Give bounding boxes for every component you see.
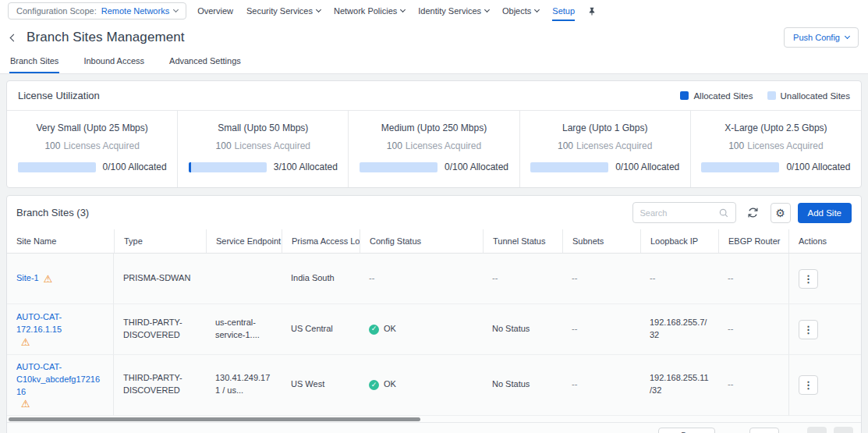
cell-ebgp-router: --	[718, 304, 788, 355]
nav-item-overview[interactable]: Overview	[197, 1, 233, 21]
allocation-label: 3/100 Allocated	[274, 161, 338, 172]
config-status-ok: ✓OK	[369, 378, 396, 391]
cell-loopback-ip: 192.168.255.11/32	[640, 355, 718, 416]
table-body: Site-1⚠PRISMA-SDWANIndia South----------…	[7, 254, 861, 416]
nav-item-setup[interactable]: Setup	[552, 1, 575, 21]
search-icon	[719, 208, 728, 218]
chevron-down-icon	[534, 7, 540, 12]
search-input[interactable]	[640, 208, 714, 218]
horizontal-scrollbar-thumb[interactable]	[9, 417, 420, 421]
subnets-value: --	[572, 378, 577, 391]
chevron-down-icon	[316, 7, 321, 12]
branch-sites-card: Branch Sites (3) ⚙ Add Site Site NameTyp…	[6, 195, 862, 433]
cell-subnets: --	[562, 355, 640, 416]
tier-acquired-suffix: Licenses Acquired	[747, 140, 823, 151]
loopback-ip-value: 192.168.255.7/32	[650, 317, 709, 342]
allocation-bar	[530, 162, 608, 172]
chevron-down-icon	[400, 7, 406, 12]
column-header-prisma-access-loca[interactable]: Prisma Access Loca...	[282, 229, 360, 254]
configuration-scope-selector[interactable]: Configuration Scope: Remote Networks	[8, 2, 186, 20]
tab-inbound-access[interactable]: Inbound Access	[83, 52, 145, 73]
nav-item-network-policies[interactable]: Network Policies	[334, 1, 405, 21]
license-tier-small: Small (Upto 50 Mbps)100Licenses Acquired…	[177, 111, 348, 187]
cell-tunnel-status: No Status	[483, 304, 562, 355]
allocation-bar	[18, 162, 96, 172]
tier-acquired-count: 100	[728, 140, 744, 151]
allocation-bar	[360, 162, 438, 172]
tunnel-status-label: No Status	[492, 323, 530, 335]
add-site-button[interactable]: Add Site	[798, 203, 852, 223]
nav-item-label: Identity Services	[418, 6, 481, 16]
previous-page-button[interactable]	[807, 427, 827, 433]
next-page-button[interactable]	[834, 427, 853, 433]
cell-config-status: ✓OK	[360, 304, 483, 355]
push-config-button[interactable]: Push Config	[784, 27, 859, 48]
nav-item-security-services[interactable]: Security Services	[246, 1, 321, 21]
rows-per-page-select[interactable]: 25 Rows	[658, 428, 715, 433]
site-name-link[interactable]: AUTO-CAT-C10kv_abcdefg1721616	[16, 361, 104, 399]
cell-loopback-ip: --	[640, 254, 718, 304]
cell-prisma-access-location: India South	[282, 254, 360, 304]
legend-swatch	[767, 91, 776, 100]
allocation-label: 0/100 Allocated	[103, 161, 167, 172]
cell-tunnel-status: --	[483, 254, 562, 304]
cell-site-name: AUTO-CAT-172.16.1.15⚠	[7, 304, 114, 355]
cell-prisma-access-location: US Central	[282, 304, 360, 355]
cell-type: PRISMA-SDWAN	[114, 254, 206, 304]
nav-item-label: Overview	[197, 6, 233, 16]
tier-acquired-count: 100	[44, 140, 60, 151]
scope-label: Configuration Scope:	[16, 6, 97, 16]
column-header-config-status[interactable]: Config Status	[360, 229, 483, 254]
nav-item-identity-services[interactable]: Identity Services	[418, 1, 489, 21]
license-tier-medium: Medium (Upto 250 Mbps)100Licenses Acquir…	[348, 111, 519, 187]
main-content: License Utilization Allocated SitesUnall…	[0, 74, 868, 433]
horizontal-scrollbar-track	[7, 416, 861, 423]
row-actions-button[interactable]: ⋮	[799, 269, 818, 289]
tier-allocation-row: 3/100 Allocated	[184, 161, 342, 172]
column-header-ebgp-router[interactable]: EBGP Router	[718, 229, 788, 254]
column-header-actions[interactable]: Actions	[788, 229, 861, 254]
page-number-select[interactable]: 1	[749, 428, 779, 433]
ebgp-router-value: --	[728, 323, 733, 335]
tab-advanced-settings[interactable]: Advanced Settings	[168, 52, 242, 73]
row-actions-button[interactable]: ⋮	[799, 375, 818, 395]
cell-actions: ⋮	[788, 254, 861, 304]
pin-icon[interactable]	[587, 6, 597, 16]
warning-icon: ⚠	[21, 399, 30, 409]
column-header-subnets[interactable]: Subnets	[562, 229, 640, 254]
scope-value: Remote Networks	[101, 6, 169, 16]
legend-label: Unallocated Sites	[781, 91, 851, 101]
cell-subnets: --	[562, 254, 640, 304]
column-header-type[interactable]: Type	[114, 229, 206, 254]
tier-acquired-suffix: Licenses Acquired	[576, 140, 652, 151]
cell-tunnel-status: No Status	[483, 355, 562, 416]
status-ok-icon: ✓	[369, 325, 379, 335]
cell-loopback-ip: 192.168.255.7/32	[640, 304, 718, 355]
table-settings-button[interactable]: ⚙	[771, 203, 791, 223]
page-title: Branch Sites Management	[27, 30, 185, 45]
license-legend: Allocated SitesUnallocated Sites	[680, 91, 850, 101]
legend-item-allocated-sites: Allocated Sites	[680, 91, 753, 101]
chevron-left-icon	[10, 34, 18, 41]
site-name-link[interactable]: AUTO-CAT-172.16.1.15	[16, 311, 104, 336]
chevron-down-icon	[173, 7, 179, 12]
kebab-icon: ⋮	[803, 273, 813, 285]
row-actions-button[interactable]: ⋮	[799, 320, 818, 339]
tier-allocation-row: 0/100 Allocated	[526, 161, 684, 172]
column-header-tunnel-status[interactable]: Tunnel Status	[483, 229, 562, 254]
column-header-loopback-ip[interactable]: Loopback IP	[640, 229, 718, 254]
push-config-label: Push Config	[793, 33, 840, 42]
site-name-link[interactable]: Site-1	[16, 272, 39, 285]
tier-name: X-Large (Upto 2.5 Gbps)	[697, 122, 855, 133]
ebgp-router-value: --	[728, 272, 733, 285]
license-tiers: Very Small (Upto 25 Mbps)100Licenses Acq…	[7, 111, 861, 187]
page-tabs: Branch SitesInbound AccessAdvanced Setti…	[0, 52, 868, 74]
cell-actions: ⋮	[788, 304, 861, 355]
column-header-service-endpoint[interactable]: Service Endpoint	[206, 229, 282, 254]
column-header-site-name[interactable]: Site Name	[7, 229, 114, 254]
refresh-button[interactable]	[743, 203, 763, 223]
back-button[interactable]	[9, 32, 18, 44]
nav-item-objects[interactable]: Objects	[502, 1, 539, 21]
legend-item-unallocated-sites: Unallocated Sites	[767, 91, 851, 101]
tab-branch-sites[interactable]: Branch Sites	[9, 52, 59, 73]
